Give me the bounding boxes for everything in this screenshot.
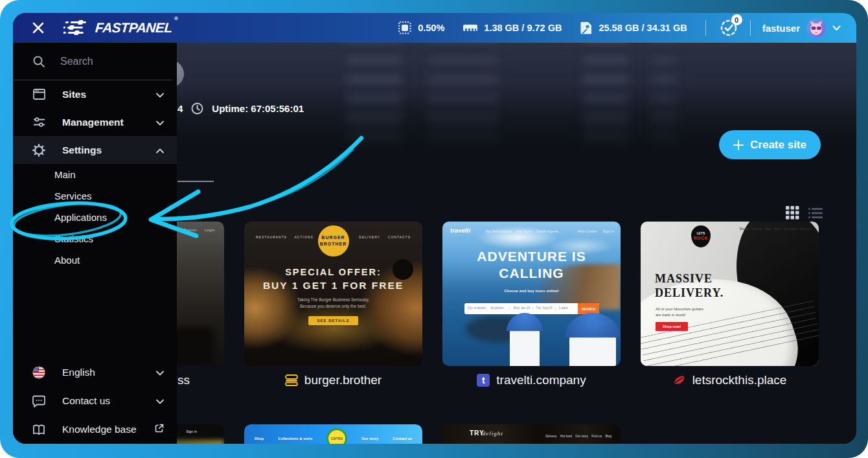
thumb-button: SEE DETAILS [308, 316, 359, 325]
thumb-badge [393, 259, 413, 280]
site-domain-travelti[interactable]: t travelti.company [442, 373, 621, 387]
thumb-field: City or airport [464, 307, 486, 310]
view-toggles [786, 206, 823, 220]
avatar [806, 18, 826, 38]
knowledge-base-item[interactable]: Knowledge base [13, 415, 177, 444]
site-domain-fragment[interactable]: ss [177, 373, 229, 387]
cpu-value: 0.50% [418, 23, 444, 33]
letsrock-favicon [673, 374, 686, 387]
create-site-button[interactable]: Create site [719, 130, 821, 159]
thumb-headline: ADVENTURE IS [442, 249, 621, 264]
site-card-travelti[interactable]: travelti Top destinations Top Tours Trav… [442, 222, 621, 366]
clock-icon [191, 102, 203, 115]
chat-icon [32, 395, 45, 407]
disk-icon [580, 21, 593, 34]
avatar-cat-icon [806, 18, 826, 38]
contact-us-item[interactable]: Contact us [13, 387, 177, 415]
cpu-stat: 0.50% [398, 21, 444, 35]
registered-mark: ® [174, 16, 177, 21]
sidebar: Sites Management [13, 43, 177, 444]
management-icon [32, 117, 45, 128]
thumb-headline: BUY 1 GET 1 FOR FREE [244, 280, 422, 292]
sidebar-subitem-about[interactable]: About [13, 249, 177, 271]
thumb-tagline: Choose and buy tours online! [442, 289, 621, 293]
brand-mark-icon [63, 19, 89, 36]
server-info-row: 4 Uptime: 67:05:56:01 [177, 102, 304, 115]
sidebar-item-label: Management [62, 117, 124, 128]
thumb-field: Tue, Aug 24 [532, 307, 555, 310]
username: fastuser [762, 23, 800, 34]
contact-us-label: Contact us [62, 395, 110, 407]
knowledge-base-label: Knowledge base [62, 424, 137, 435]
language-selector[interactable]: English [13, 358, 177, 387]
language-label: English [62, 367, 95, 378]
thumb-headline: DELIVERY. [655, 286, 724, 300]
cpu-icon [398, 21, 412, 35]
sidebar-search[interactable] [13, 43, 172, 80]
chevron-down-icon [156, 117, 164, 128]
thumb-nav-left: RESTAURANTS ACTIONS [256, 235, 314, 239]
ram-icon [463, 22, 478, 34]
sidebar-item-label: Sites [62, 89, 86, 100]
site-card-caytea[interactable]: Shop Collections & sorts CAYTEA Our stor… [244, 424, 422, 444]
thumb-subtext: Taking The Burger Business Seriously, [244, 297, 422, 302]
thumb-field: Wed, Jan 18 [509, 307, 532, 310]
uptime-value: Uptime: 67:05:56:01 [212, 103, 304, 114]
sidebar-subitem-statistics[interactable]: Statistics [13, 228, 177, 249]
site-card-burger[interactable]: RESTAURANTS ACTIONS DELIVERY CONTACTS BU… [244, 222, 422, 366]
plus-icon [733, 140, 744, 150]
sidebar-item-sites[interactable]: Sites [13, 80, 177, 108]
app-window: FASTPANEL® 0.50% [13, 13, 856, 444]
gear-icon [32, 144, 45, 157]
site-card-letsrock[interactable]: LET'SROCK Electric Acoustic Bass Amps Ou… [641, 222, 819, 366]
thumb-signin: Sign in [186, 429, 197, 433]
thumb-nav-right: DELIVERY CONTACTS [359, 235, 411, 239]
chevron-down-icon [832, 25, 841, 31]
site-domain-letsrock[interactable]: letsrockthis.place [641, 373, 819, 387]
active-tab-underline [177, 181, 214, 182]
thumb-button: Shop now! [656, 322, 688, 331]
site-card-trydelight[interactable]: TRYdelight Delivery Hot food Our story F… [442, 424, 621, 444]
list-view-icon[interactable] [808, 207, 823, 219]
thumb-subtext: are back in stock! [656, 313, 686, 317]
sidebar-footer: English Contact us [13, 358, 177, 444]
travelti-favicon: t [477, 374, 490, 387]
sidebar-subitem-services[interactable]: Services [13, 185, 177, 207]
thumb-nav-right: Help Center Sign in [578, 230, 614, 233]
thumb-header: Shop Collections & sorts CAYTEA Our stor… [244, 424, 422, 444]
thumb-logo: TRYdelight [470, 429, 503, 437]
thumb-logo: LET'SROCK [691, 225, 711, 247]
thumb-dome-church [569, 335, 616, 366]
notifications-badge: 0 [731, 14, 742, 25]
create-site-label: Create site [750, 139, 806, 152]
site-domain-burger[interactable]: burger.brother [244, 373, 422, 387]
sites-icon [32, 89, 45, 100]
sidebar-subitem-applications[interactable]: Applications [13, 207, 177, 228]
thumb-subtext: Because you deserve only the best. [244, 304, 422, 308]
thumb-nav-left: Top destinations Top Tours Travel Agents [485, 230, 558, 233]
disk-stat: 25.58 GB / 34.31 GB [580, 21, 687, 34]
window-frame: FASTPANEL® 0.50% [0, 0, 868, 458]
thumb-subtext: All of your favourites guitars [656, 307, 703, 311]
fastpanel-logo[interactable]: FASTPANEL® [63, 19, 176, 36]
close-menu-button[interactable] [30, 19, 47, 36]
sidebar-item-management[interactable]: Management [13, 108, 177, 136]
search-icon [32, 55, 45, 68]
search-input[interactable] [59, 55, 159, 68]
thumb-search-bar: City or airport Anywhere Wed, Jan 18 Tue… [464, 303, 599, 314]
thumb-dome-church [510, 328, 540, 366]
thumb-field: Anywhere [486, 307, 509, 310]
brand-name: FASTPANEL® [95, 20, 176, 36]
sidebar-subitem-main[interactable]: Main [13, 164, 177, 185]
thumb-nav: Electric Acoustic Bass Amps Our stores A… [717, 227, 811, 231]
disk-value: 25.58 GB / 34.31 GB [599, 23, 687, 33]
user-menu[interactable]: fastuser [762, 18, 841, 38]
server-info-fragment: 4 [177, 103, 183, 114]
chevron-up-icon [156, 144, 164, 156]
burger-favicon [285, 374, 298, 387]
thumb-logo: CAYTEA [326, 428, 347, 444]
grid-view-icon[interactable] [786, 206, 799, 220]
external-link-icon [155, 424, 164, 435]
sidebar-item-settings[interactable]: Settings [13, 136, 177, 164]
notifications-button[interactable]: 0 [718, 17, 740, 39]
